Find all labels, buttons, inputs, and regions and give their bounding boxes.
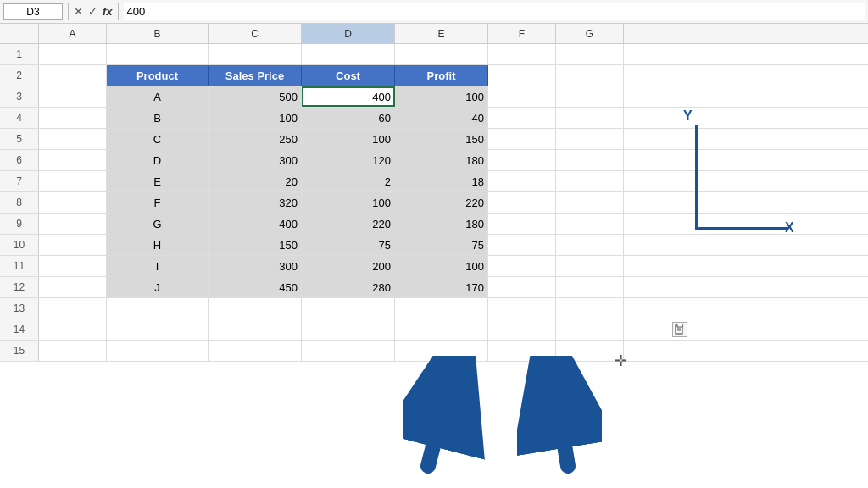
cell-e6[interactable]: 180 <box>395 150 488 170</box>
cell-b4[interactable]: B <box>107 108 209 128</box>
cell-a10[interactable] <box>39 235 107 255</box>
cell-a14[interactable] <box>39 319 107 340</box>
cell-c7[interactable]: 20 <box>209 171 302 191</box>
cell-c5[interactable]: 250 <box>209 129 302 149</box>
cell-c11[interactable]: 300 <box>209 256 302 276</box>
cell-d12[interactable]: 280 <box>302 277 395 297</box>
col-header-c[interactable]: C <box>209 24 302 43</box>
cell-c6[interactable]: 300 <box>209 150 302 170</box>
cell-d4[interactable]: 60 <box>302 108 395 128</box>
cell-d7[interactable]: 2 <box>302 171 395 191</box>
confirm-icon[interactable]: ✓ <box>88 5 97 18</box>
col-header-g[interactable]: G <box>556 24 624 43</box>
cell-f3[interactable] <box>488 86 556 107</box>
cell-a8[interactable] <box>39 192 107 213</box>
cell-a9[interactable] <box>39 214 107 234</box>
cell-b11[interactable]: I <box>107 256 209 276</box>
cell-c12[interactable]: 450 <box>209 277 302 297</box>
cell-e12[interactable]: 170 <box>395 277 488 297</box>
cell-g4[interactable] <box>556 108 624 128</box>
cell-d2[interactable]: Cost <box>302 65 395 86</box>
cell-g12[interactable] <box>556 277 624 297</box>
cancel-icon[interactable]: ✕ <box>74 5 83 18</box>
cell-a15[interactable] <box>39 341 107 361</box>
cell-e8[interactable]: 220 <box>395 192 488 213</box>
cell-d1[interactable] <box>302 44 395 64</box>
cell-a11[interactable] <box>39 256 107 276</box>
cell-f15[interactable] <box>488 341 556 361</box>
cell-f8[interactable] <box>488 192 556 213</box>
cell-b7[interactable]: E <box>107 171 209 191</box>
cell-b13[interactable] <box>107 298 209 319</box>
cell-f11[interactable] <box>488 256 556 276</box>
cell-g3[interactable] <box>556 86 624 107</box>
cell-f10[interactable] <box>488 235 556 255</box>
cell-d14[interactable] <box>302 319 395 340</box>
cell-c2[interactable]: Sales Price <box>209 65 302 86</box>
cell-g13[interactable] <box>556 298 624 319</box>
cell-g14[interactable] <box>556 319 624 340</box>
col-header-d[interactable]: D <box>302 24 395 43</box>
cell-e14[interactable] <box>395 319 488 340</box>
cell-b2[interactable]: Product <box>107 65 209 86</box>
col-header-a[interactable]: A <box>39 24 107 43</box>
cell-c4[interactable]: 100 <box>209 108 302 128</box>
cell-f12[interactable] <box>488 277 556 297</box>
cell-d5[interactable]: 100 <box>302 129 395 149</box>
cell-f1[interactable] <box>488 44 556 64</box>
col-header-e[interactable]: E <box>395 24 488 43</box>
cell-g10[interactable] <box>556 235 624 255</box>
cell-c13[interactable] <box>209 298 302 319</box>
cell-d3[interactable]: 400 <box>302 86 395 107</box>
cell-b5[interactable]: C <box>107 129 209 149</box>
cell-e5[interactable]: 150 <box>395 129 488 149</box>
cell-g9[interactable] <box>556 214 624 234</box>
cell-c9[interactable]: 400 <box>209 214 302 234</box>
cell-c15[interactable] <box>209 341 302 361</box>
cell-g7[interactable] <box>556 171 624 191</box>
cell-d8[interactable]: 100 <box>302 192 395 213</box>
cell-g5[interactable] <box>556 129 624 149</box>
cell-d9[interactable]: 220 <box>302 214 395 234</box>
cell-f6[interactable] <box>488 150 556 170</box>
cell-f5[interactable] <box>488 129 556 149</box>
cell-b10[interactable]: H <box>107 235 209 255</box>
cell-f7[interactable] <box>488 171 556 191</box>
cell-f13[interactable] <box>488 298 556 319</box>
cell-e13[interactable] <box>395 298 488 319</box>
cell-b12[interactable]: J <box>107 277 209 297</box>
cell-c3[interactable]: 500 <box>209 86 302 107</box>
cell-b3[interactable]: A <box>107 86 209 107</box>
cell-g11[interactable] <box>556 256 624 276</box>
cell-b9[interactable]: G <box>107 214 209 234</box>
cell-a6[interactable] <box>39 150 107 170</box>
fx-label[interactable]: fx <box>103 5 113 18</box>
cell-f4[interactable] <box>488 108 556 128</box>
col-header-f[interactable]: F <box>488 24 556 43</box>
cell-e10[interactable]: 75 <box>395 235 488 255</box>
cell-e15[interactable] <box>395 341 488 361</box>
cell-a1[interactable] <box>39 44 107 64</box>
cell-g6[interactable] <box>556 150 624 170</box>
cell-b15[interactable] <box>107 341 209 361</box>
cell-a7[interactable] <box>39 171 107 191</box>
cell-e3[interactable]: 100 <box>395 86 488 107</box>
col-header-b[interactable]: B <box>107 24 209 43</box>
cell-c1[interactable] <box>209 44 302 64</box>
cell-d10[interactable]: 75 <box>302 235 395 255</box>
cell-g1[interactable] <box>556 44 624 64</box>
cell-g2[interactable] <box>556 65 624 86</box>
cell-e4[interactable]: 40 <box>395 108 488 128</box>
cell-e2[interactable]: Profit <box>395 65 488 86</box>
cell-b8[interactable]: F <box>107 192 209 213</box>
cell-b6[interactable]: D <box>107 150 209 170</box>
cell-a13[interactable] <box>39 298 107 319</box>
cell-c14[interactable] <box>209 319 302 340</box>
cell-e9[interactable]: 180 <box>395 214 488 234</box>
cell-c10[interactable]: 150 <box>209 235 302 255</box>
cell-d13[interactable] <box>302 298 395 319</box>
cell-a4[interactable] <box>39 108 107 128</box>
cell-d6[interactable]: 120 <box>302 150 395 170</box>
cell-e1[interactable] <box>395 44 488 64</box>
cell-a12[interactable] <box>39 277 107 297</box>
